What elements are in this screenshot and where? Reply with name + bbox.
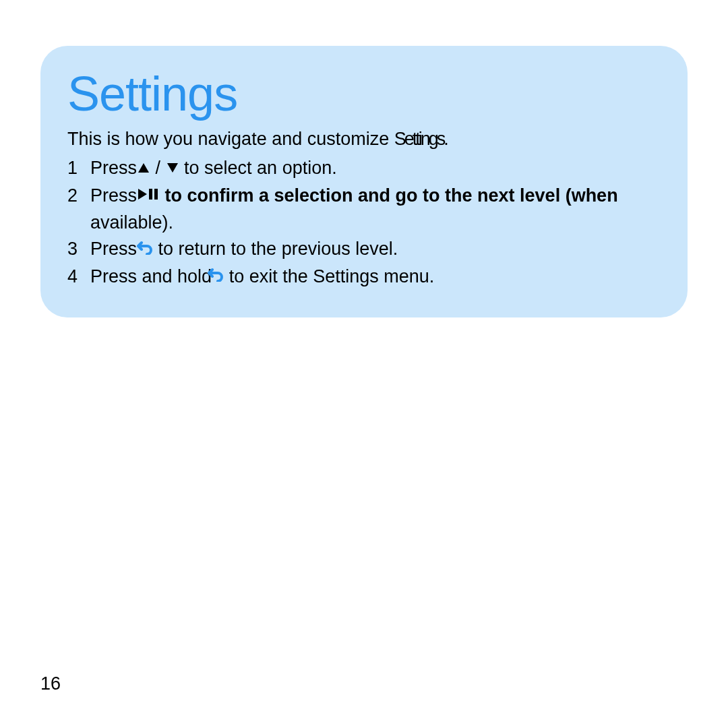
step-4-post: to exit the Settings menu. xyxy=(224,266,434,286)
step-4-num: 4 xyxy=(67,264,90,291)
step-1: 1 Press / to select an option. xyxy=(67,155,661,182)
intro-pre: This is how you navigate and customize xyxy=(67,129,394,149)
svg-rect-3 xyxy=(149,189,152,200)
intro-text: This is how you navigate and customize S… xyxy=(67,127,661,151)
step-2-bold: to confirm a selection and go to the nex… xyxy=(160,185,618,206)
play-pause-icon xyxy=(137,182,160,208)
step-3-pre: Press xyxy=(90,239,137,259)
svg-marker-1 xyxy=(167,163,178,173)
intro-post: . xyxy=(444,129,449,149)
step-3-num: 3 xyxy=(67,236,90,263)
step-2-body: Press to confirm a selection and go to t… xyxy=(90,183,661,237)
intro-overlap: Settings xyxy=(394,129,444,149)
step-1-post: to select an option. xyxy=(179,158,337,178)
step-1-pre: Press xyxy=(90,158,137,178)
step-2-pre: Press xyxy=(90,185,137,206)
page-number: 16 xyxy=(40,673,61,694)
step-4-body: Press and hold to exit the Settings menu… xyxy=(90,264,661,291)
svg-marker-0 xyxy=(138,163,149,173)
svg-marker-2 xyxy=(138,189,147,200)
step-2: 2 Press to confirm a selection and go to… xyxy=(67,183,661,237)
back-icon xyxy=(137,236,153,262)
back-icon xyxy=(208,263,224,289)
settings-card: Settings This is how you navigate and cu… xyxy=(40,46,688,317)
step-1-num: 1 xyxy=(67,155,90,182)
step-3-post: to return to the previous level. xyxy=(153,239,398,259)
step-4-pre: Press and hold xyxy=(90,266,212,286)
step-1-mid: / xyxy=(150,158,166,178)
step-1-body: Press / to select an option. xyxy=(90,155,661,182)
down-arrow-icon xyxy=(166,155,179,181)
step-4: 4 Press and hold to exit the Settings me… xyxy=(67,264,661,291)
step-3: 3 Press to return to the previous level. xyxy=(67,236,661,263)
svg-rect-4 xyxy=(154,189,158,200)
step-3-body: Press to return to the previous level. xyxy=(90,236,661,263)
step-2-post: available). xyxy=(90,212,173,233)
page-title: Settings xyxy=(67,66,661,121)
up-arrow-icon xyxy=(137,155,150,181)
step-2-num: 2 xyxy=(67,183,90,237)
